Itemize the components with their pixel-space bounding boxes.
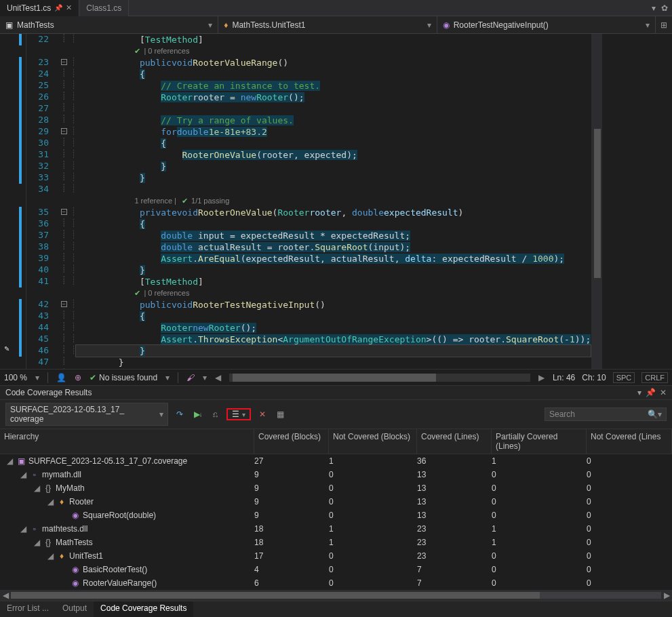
expand-icon[interactable]: ◢ bbox=[5, 456, 14, 466]
cell: 9 bbox=[254, 483, 329, 493]
delete-icon[interactable]: ✕ bbox=[256, 408, 269, 420]
cell: 9 bbox=[254, 511, 329, 520]
expand-icon[interactable]: ◢ bbox=[19, 470, 27, 479]
close-icon[interactable]: ✕ bbox=[66, 3, 72, 12]
row-name: MyMath bbox=[56, 483, 85, 493]
brush-icon[interactable]: 🖌 bbox=[186, 373, 195, 382]
col-not-covered-lines[interactable]: Not Covered (Lines bbox=[587, 429, 672, 454]
gear-icon[interactable]: ✿ bbox=[661, 3, 668, 13]
expand-icon[interactable]: ◢ bbox=[46, 551, 54, 561]
table-row[interactable]: ◢▣SURFACE_2023-12-05.13_17_07.coverage27… bbox=[0, 454, 672, 468]
nav-method-dd[interactable]: ◉ RooterTestNegativeInput() ▾ bbox=[437, 16, 656, 33]
table-row[interactable]: ◢{}MyMath901300 bbox=[0, 481, 672, 495]
expand-icon[interactable]: ◢ bbox=[33, 538, 41, 547]
merge-icon[interactable]: ⎌ bbox=[209, 408, 221, 420]
cell: 9 bbox=[254, 470, 329, 479]
scrollbar-horizontal[interactable] bbox=[229, 374, 530, 382]
char-indicator[interactable]: Ch: 10 bbox=[582, 373, 606, 382]
cell: 0 bbox=[329, 511, 417, 520]
cell: 0 bbox=[492, 483, 587, 493]
cell: 0 bbox=[492, 565, 587, 574]
error-icon[interactable]: 👤 bbox=[56, 373, 66, 382]
cell: 0 bbox=[492, 511, 587, 520]
expand-icon[interactable]: ◢ bbox=[46, 497, 54, 506]
chevron-down-icon[interactable]: ▾ bbox=[35, 373, 39, 382]
tab-unittest1[interactable]: UnitTest1.cs 📌 ✕ bbox=[0, 0, 79, 16]
col-covered-lines[interactable]: Covered (Lines) bbox=[417, 429, 492, 454]
table-row[interactable]: ◉SquareRoot(double)901300 bbox=[0, 509, 672, 522]
cell: 6 bbox=[254, 578, 329, 588]
nav-class-label: MathTests.UnitTest1 bbox=[232, 20, 305, 30]
cell: 1 bbox=[329, 524, 417, 534]
file-icon: ▣ bbox=[16, 456, 26, 466]
columns-icon[interactable]: ▦ bbox=[274, 408, 286, 420]
cell: 18 bbox=[254, 538, 329, 547]
nav-project-label: MathTests bbox=[17, 20, 54, 30]
line-indicator[interactable]: Ln: 46 bbox=[553, 373, 575, 382]
cell: 23 bbox=[417, 551, 492, 561]
list-icon: ☰ bbox=[232, 410, 239, 419]
editor-tabs: UnitTest1.cs 📌 ✕ Class1.cs ▾ ✿ bbox=[0, 0, 672, 16]
tab-class1[interactable]: Class1.cs bbox=[79, 0, 129, 16]
cell: 13 bbox=[417, 511, 492, 520]
search-input[interactable]: Search 🔍 ▾ bbox=[545, 407, 667, 421]
nav-project-dd[interactable]: ▣ MathTests ▾ bbox=[0, 16, 218, 33]
arrow-right-icon[interactable]: ▶ bbox=[538, 373, 545, 382]
health-icon[interactable]: ⊕ bbox=[75, 373, 81, 382]
cell: 0 bbox=[587, 497, 672, 506]
export-icon[interactable]: ▶ᵢ bbox=[191, 408, 203, 420]
nav-class-dd[interactable]: ♦ MathTests.UnitTest1 ▾ bbox=[218, 16, 437, 33]
table-row[interactable]: ◢▫mymath.dll901300 bbox=[0, 468, 672, 481]
pin-icon[interactable]: 📌 bbox=[646, 388, 656, 397]
table-row[interactable]: ◢♦Rooter901300 bbox=[0, 495, 672, 509]
split-icon[interactable]: ⊞ bbox=[656, 16, 672, 33]
panel-scrollbar[interactable]: ◀ ▶ bbox=[0, 590, 672, 601]
expand-icon[interactable]: ◢ bbox=[19, 524, 27, 534]
row-name: SquareRoot(double) bbox=[83, 511, 156, 520]
cell: 0 bbox=[587, 511, 672, 520]
tab-error-list[interactable]: Error List ... bbox=[0, 601, 56, 617]
dropdown-icon[interactable]: ▾ bbox=[637, 388, 641, 397]
tab-code-coverage[interactable]: Code Coverage Results bbox=[94, 601, 193, 617]
cell: 0 bbox=[329, 470, 417, 479]
import-icon[interactable]: ↷ bbox=[174, 408, 186, 420]
search-placeholder: Search bbox=[549, 410, 575, 419]
overflow-icon[interactable]: ▾ bbox=[652, 3, 656, 13]
table-row[interactable]: ◢♦UnitTest11702300 bbox=[0, 549, 672, 563]
grid-body[interactable]: ◢▣SURFACE_2023-12-05.13_17_07.coverage27… bbox=[0, 454, 672, 590]
highlighted-toolbar-button[interactable]: ☰ ▾ bbox=[226, 408, 251, 420]
close-icon[interactable]: ✕ bbox=[660, 388, 667, 397]
expand-icon[interactable]: ◢ bbox=[33, 483, 41, 493]
ns-icon: {} bbox=[43, 483, 53, 493]
chevron-down-icon[interactable]: ▾ bbox=[658, 410, 662, 419]
arrow-left-icon[interactable]: ◀ bbox=[215, 373, 221, 382]
cell: 0 bbox=[329, 551, 417, 561]
col-not-covered-blocks[interactable]: Not Covered (Blocks) bbox=[329, 429, 417, 454]
cell: 0 bbox=[587, 456, 672, 466]
table-row[interactable]: ◢▫mathtests.dll1812310 bbox=[0, 522, 672, 536]
row-name: mathtests.dll bbox=[42, 524, 87, 534]
cell: 9 bbox=[254, 497, 329, 506]
scroll-thumb[interactable] bbox=[594, 129, 601, 278]
tab-label: UnitTest1.cs bbox=[7, 3, 51, 13]
table-row[interactable]: ◢{}MathTests1812310 bbox=[0, 536, 672, 549]
col-covered-blocks[interactable]: Covered (Blocks) bbox=[254, 429, 329, 454]
table-row[interactable]: ◉BasicRooterTest()40700 bbox=[0, 563, 672, 576]
no-issues[interactable]: ✔No issues found bbox=[90, 373, 157, 382]
scrollbar-vertical[interactable] bbox=[591, 34, 602, 369]
cell: 0 bbox=[587, 538, 672, 547]
project-icon: ▣ bbox=[5, 20, 13, 30]
editor[interactable]: 22┊┊ [TestMethod]✔ | 0 references23−┊ pu… bbox=[0, 34, 672, 369]
spaces-indicator[interactable]: SPC bbox=[613, 372, 635, 383]
class-icon: ♦ bbox=[57, 551, 66, 561]
zoom-level[interactable]: 100 % bbox=[4, 373, 27, 382]
class-icon: ♦ bbox=[57, 497, 66, 506]
col-hierarchy[interactable]: Hierarchy bbox=[0, 429, 254, 454]
tab-output[interactable]: Output bbox=[56, 601, 94, 617]
col-partial-lines[interactable]: Partially Covered (Lines) bbox=[492, 429, 587, 454]
cell: 1 bbox=[492, 524, 587, 534]
coverage-file-dd[interactable]: SURFACE_2023-12-05.13_17_ coverage ▾ bbox=[5, 403, 168, 426]
pin-icon[interactable]: 📌 bbox=[54, 4, 62, 12]
table-row[interactable]: ◉RooterValueRange()60700 bbox=[0, 576, 672, 590]
crlf-indicator[interactable]: CRLF bbox=[641, 372, 668, 383]
